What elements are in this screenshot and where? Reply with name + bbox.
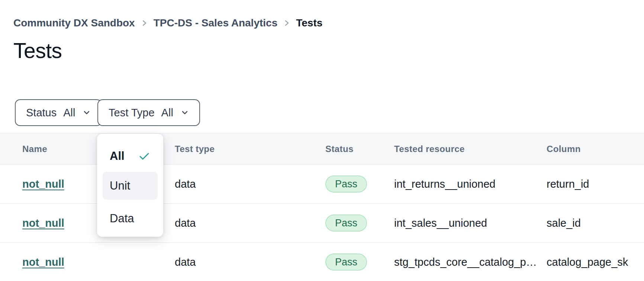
- chevron-right-icon: [141, 19, 148, 28]
- breadcrumb-item-account[interactable]: Community DX Sandbox: [13, 17, 135, 29]
- dropdown-option-label: Data: [110, 212, 134, 225]
- table-row: not_null data Pass stg_tpcds_core__catal…: [0, 243, 644, 281]
- chevron-down-icon: [181, 110, 189, 116]
- status-filter-value: All: [63, 107, 75, 119]
- page-title: Tests: [13, 38, 62, 63]
- check-icon: [138, 151, 151, 161]
- dropdown-option-data[interactable]: Data: [103, 204, 158, 232]
- tested-resource-cell: int_returns__unioned: [394, 178, 547, 190]
- tests-page: Community DX Sandbox TPC-DS - Sales Anal…: [0, 0, 644, 281]
- column-header-column: Column: [547, 144, 644, 154]
- test-name-link[interactable]: not_null: [22, 178, 64, 190]
- chevron-down-icon: [83, 110, 91, 116]
- test-name-link[interactable]: not_null: [22, 256, 64, 268]
- test-type-cell: data: [175, 217, 325, 229]
- test-type-filter-label: Test Type: [109, 107, 155, 119]
- breadcrumb-item-current: Tests: [296, 17, 322, 29]
- test-type-dropdown-menu: All Unit Data: [97, 134, 163, 237]
- dropdown-option-label: Unit: [110, 179, 130, 193]
- column-header-test-type: Test type: [175, 144, 325, 154]
- status-badge: Pass: [325, 214, 367, 232]
- breadcrumb-item-project[interactable]: TPC-DS - Sales Analytics: [154, 17, 278, 29]
- test-type-cell: data: [175, 256, 325, 268]
- column-cell: sale_id: [547, 217, 644, 229]
- dropdown-option-label: All: [110, 149, 125, 163]
- column-header-status: Status: [325, 144, 394, 154]
- test-type-cell: data: [175, 178, 325, 190]
- status-filter-label: Status: [26, 107, 57, 119]
- dropdown-option-unit[interactable]: Unit: [103, 172, 158, 200]
- dropdown-option-all[interactable]: All: [103, 142, 158, 170]
- column-cell: return_id: [547, 178, 644, 190]
- tested-resource-cell: stg_tpcds_core__catalog_p…: [394, 256, 547, 268]
- chevron-right-icon: [283, 19, 290, 28]
- table-row: not_null data Pass int_returns__unioned …: [0, 165, 644, 204]
- table-row: not_null data Pass int_sales__unioned sa…: [0, 204, 644, 243]
- test-type-filter-value: All: [161, 107, 173, 119]
- table-header-row: Name Test type Status Tested resource Co…: [0, 133, 644, 165]
- status-filter-button[interactable]: Status All: [15, 99, 102, 126]
- status-badge: Pass: [325, 253, 367, 271]
- column-header-tested-resource: Tested resource: [394, 144, 547, 154]
- column-cell: catalog_page_sk: [547, 256, 644, 268]
- breadcrumb: Community DX Sandbox TPC-DS - Sales Anal…: [13, 17, 322, 29]
- test-type-filter-button[interactable]: Test Type All: [97, 99, 200, 126]
- tests-table: Name Test type Status Tested resource Co…: [0, 133, 644, 281]
- test-name-link[interactable]: not_null: [22, 217, 64, 229]
- tested-resource-cell: int_sales__unioned: [394, 217, 547, 229]
- status-badge: Pass: [325, 175, 367, 193]
